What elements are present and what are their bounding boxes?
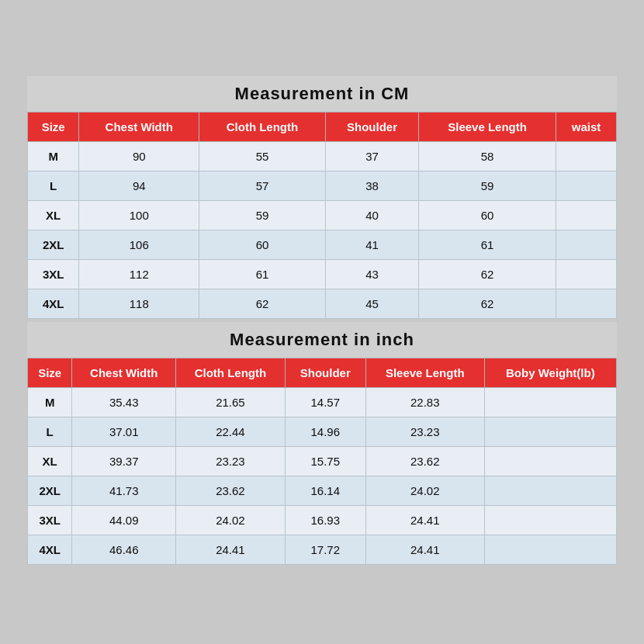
table-cell: 106 (79, 230, 199, 260)
table-cell: 24.41 (176, 535, 286, 565)
header-cell: Size (28, 358, 72, 388)
cm-table: SizeChest WidthCloth LengthShoulderSleev… (27, 112, 617, 319)
table-cell: 21.65 (176, 388, 286, 417)
table-cell: 23.62 (365, 447, 484, 476)
table-row: M35.4321.6514.5722.83 (28, 388, 617, 417)
table-cell (556, 289, 617, 319)
table-cell: 41 (325, 230, 418, 260)
header-cell: Shoulder (325, 113, 418, 142)
table-cell: 37.01 (72, 417, 176, 447)
table-cell: XL (28, 447, 72, 476)
table-cell: 37 (325, 142, 418, 171)
table-cell (484, 417, 616, 447)
table-row: 2XL41.7323.6216.1424.02 (28, 476, 617, 506)
table-cell: 59 (199, 201, 326, 230)
table-cell: 60 (419, 201, 556, 230)
table-row: 4XL46.4624.4117.7224.41 (28, 535, 617, 565)
table-cell: 45 (325, 289, 418, 319)
header-cell: Size (28, 113, 79, 142)
table-cell: 35.43 (72, 388, 176, 417)
table-row: 2XL106604161 (28, 230, 617, 260)
table-cell: 3XL (28, 260, 79, 289)
table-cell: 46.46 (72, 535, 176, 565)
table-cell: 4XL (28, 535, 72, 565)
table-cell: 58 (419, 142, 556, 171)
table-cell: 24.02 (365, 476, 484, 506)
table-cell: 23.23 (365, 417, 484, 447)
header-cell: Sleeve Length (365, 358, 484, 388)
table-cell: 38 (325, 171, 418, 201)
header-cell: Cloth Length (176, 358, 286, 388)
header-cell: Boby Weight(lb) (484, 358, 616, 388)
table-cell: 100 (79, 201, 199, 230)
inch-section: Measurement in inch SizeChest WidthCloth… (27, 322, 617, 565)
table-cell: 22.44 (176, 417, 286, 447)
table-cell (556, 230, 617, 260)
table-row: M90553758 (28, 142, 617, 171)
table-cell: XL (28, 201, 79, 230)
table-cell: 15.75 (285, 447, 365, 476)
table-cell: 23.62 (176, 476, 286, 506)
table-cell (484, 506, 616, 535)
table-row: L37.0122.4414.9623.23 (28, 417, 617, 447)
table-cell (556, 142, 617, 171)
table-cell: 90 (79, 142, 199, 171)
header-cell: Chest Width (79, 113, 199, 142)
table-cell (484, 388, 616, 417)
header-cell: Sleeve Length (419, 113, 556, 142)
table-row: XL100594060 (28, 201, 617, 230)
table-cell: 43 (325, 260, 418, 289)
table-cell: 16.93 (285, 506, 365, 535)
table-cell: 2XL (28, 476, 72, 506)
inch-table: SizeChest WidthCloth LengthShoulderSleev… (27, 358, 617, 565)
table-cell: L (28, 171, 79, 201)
table-row: 3XL112614362 (28, 260, 617, 289)
cm-section-title: Measurement in CM (27, 76, 617, 112)
table-cell: 44.09 (72, 506, 176, 535)
table-cell (484, 535, 616, 565)
table-cell: 3XL (28, 506, 72, 535)
inch-section-title: Measurement in inch (27, 322, 617, 358)
size-chart-container: Measurement in CM SizeChest WidthCloth L… (27, 76, 617, 568)
table-cell: 61 (419, 230, 556, 260)
table-cell: M (28, 142, 79, 171)
table-cell: 14.96 (285, 417, 365, 447)
table-cell (556, 201, 617, 230)
header-cell: Chest Width (72, 358, 176, 388)
header-cell: Cloth Length (199, 113, 326, 142)
table-cell: 60 (199, 230, 326, 260)
cm-section: Measurement in CM SizeChest WidthCloth L… (27, 76, 617, 319)
inch-header-row: SizeChest WidthCloth LengthShoulderSleev… (28, 358, 617, 388)
table-cell: 23.23 (176, 447, 286, 476)
table-cell: 22.83 (365, 388, 484, 417)
table-cell: 112 (79, 260, 199, 289)
table-cell (556, 260, 617, 289)
header-cell: waist (556, 113, 617, 142)
table-cell: 40 (325, 201, 418, 230)
table-cell: 118 (79, 289, 199, 319)
cm-header-row: SizeChest WidthCloth LengthShoulderSleev… (28, 113, 617, 142)
table-cell: 24.41 (365, 535, 484, 565)
table-cell: 17.72 (285, 535, 365, 565)
table-cell: 59 (419, 171, 556, 201)
header-cell: Shoulder (285, 358, 365, 388)
table-cell: 24.02 (176, 506, 286, 535)
table-row: 3XL44.0924.0216.9324.41 (28, 506, 617, 535)
table-cell: M (28, 388, 72, 417)
table-cell: 24.41 (365, 506, 484, 535)
table-row: 4XL118624562 (28, 289, 617, 319)
table-cell: 55 (199, 142, 326, 171)
table-cell: 2XL (28, 230, 79, 260)
table-cell: 61 (199, 260, 326, 289)
table-cell: 62 (419, 260, 556, 289)
table-cell: 16.14 (285, 476, 365, 506)
table-cell: 4XL (28, 289, 79, 319)
table-cell: 62 (199, 289, 326, 319)
table-cell: 62 (419, 289, 556, 319)
table-cell (556, 171, 617, 201)
table-row: XL39.3723.2315.7523.62 (28, 447, 617, 476)
table-cell (484, 476, 616, 506)
table-cell: 14.57 (285, 388, 365, 417)
table-cell (484, 447, 616, 476)
table-cell: 94 (79, 171, 199, 201)
